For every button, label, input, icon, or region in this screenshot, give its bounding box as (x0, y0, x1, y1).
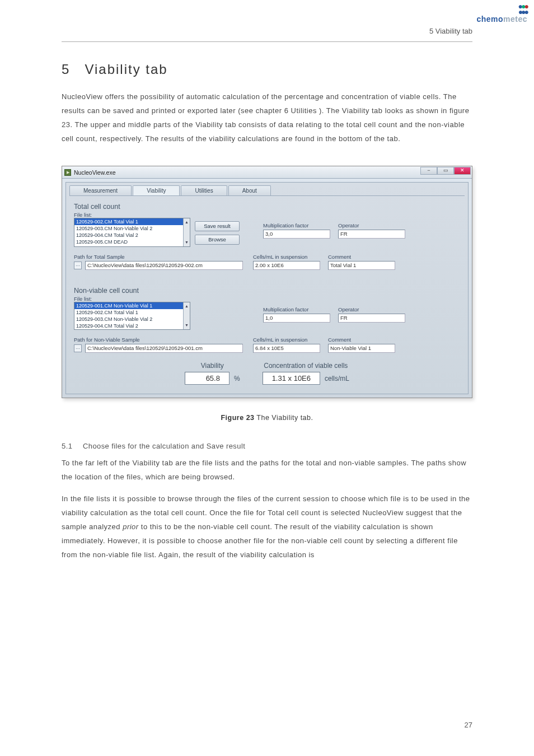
list-item[interactable]: 120529-005.CM DEAD (74, 239, 190, 245)
scroll-down-icon[interactable]: ▼ (185, 322, 189, 329)
nonviable-mult-field[interactable]: 1,0 (263, 314, 330, 323)
scrollbar[interactable]: ▲▼ (183, 218, 190, 246)
viability-unit: % (234, 375, 240, 382)
heading-number: 5 (62, 62, 70, 77)
path-browse-icon[interactable]: ⋯ (74, 262, 82, 269)
list-item[interactable]: 120529-003.CM Non-Viable Vial 2 (74, 316, 190, 323)
subsection-heading: 5.1Choose files for the calculation and … (62, 442, 472, 450)
concentration-unit: cells/mL (325, 375, 349, 382)
figure-23: NucleoView.exe − ▭ ✕ Measurement Viabili… (62, 166, 472, 398)
total-mult-field[interactable]: 3,0 (263, 230, 330, 239)
nonviable-filelist[interactable]: 120529-001.CM Non-Viable Vial 1 120529-0… (74, 302, 190, 330)
section-heading: 5 Viability tab (62, 62, 472, 77)
comment-label: Comment (328, 254, 395, 260)
list-item[interactable]: 120529-002.CM Total Vial 1 (74, 309, 190, 316)
scroll-up-icon[interactable]: ▲ (185, 303, 189, 310)
list-item[interactable]: 120529-006.CM (74, 245, 190, 247)
total-comment-field[interactable]: Total Vial 1 (328, 261, 395, 270)
window-titlebar[interactable]: NucleoView.exe − ▭ ✕ (62, 166, 472, 179)
list-item[interactable]: 120529-004.CM Total Vial 2 (74, 232, 190, 239)
nucleoview-window: NucleoView.exe − ▭ ✕ Measurement Viabili… (62, 166, 472, 398)
nonviable-title: Non-viable cell count (74, 287, 462, 295)
body-paragraph: In the file lists it is possible to brow… (62, 492, 472, 562)
total-path-field[interactable]: C:\NucleoView\data files\120529\120529-0… (85, 261, 243, 270)
header-rule (62, 41, 472, 42)
maximize-button[interactable]: ▭ (437, 167, 454, 175)
viability-value: 65.8 (185, 372, 229, 385)
results-row: Viability 65.8 % Concentration of viable… (74, 362, 460, 385)
operator-label: Operator (338, 222, 405, 228)
list-item[interactable]: 120529-004.CM Total Vial 2 (74, 323, 190, 329)
total-cells-field: 2.00 x 10E6 (253, 261, 320, 270)
path-browse-icon[interactable]: ⋯ (74, 344, 82, 352)
total-path-label: Path for Total Sample (74, 254, 243, 260)
nonviable-path-field[interactable]: C:\NucleoView\data files\120529\120529-0… (85, 344, 243, 353)
tab-utilities[interactable]: Utilities (181, 185, 227, 195)
brand-logo: ●●●●●● chemometec (476, 3, 527, 24)
nonviable-cells-field: 6.84 x 10E5 (253, 344, 320, 353)
minimize-button[interactable]: − (420, 167, 437, 175)
window-title: NucleoView.exe (74, 169, 116, 176)
figure-caption: Figure 23 The Viability tab. (62, 414, 472, 422)
total-filelist[interactable]: 120529-002.CM Total Vial 1 120529-003.CM… (74, 218, 190, 247)
app-icon (64, 169, 71, 176)
page-number: 27 (465, 721, 472, 729)
close-button[interactable]: ✕ (454, 167, 471, 175)
total-title: Total cell count (74, 203, 462, 211)
concentration-value: 1.31 x 10E6 (263, 372, 320, 385)
cells-label: Cells/mL in suspension (253, 254, 320, 260)
list-item[interactable]: 120529-003.CM Non-Viable Vial 2 (74, 225, 190, 232)
nonviable-path-label: Path for Non-Viable Sample (74, 337, 243, 343)
scroll-up-icon[interactable]: ▲ (185, 219, 189, 226)
mult-label: Multiplication factor (263, 306, 330, 312)
body-paragraph: To the far left of the Viability tab are… (62, 456, 472, 484)
tab-viability[interactable]: Viability (133, 185, 180, 195)
concentration-label: Concentration of viable cells (263, 362, 349, 370)
total-filelist-label: File list: (74, 212, 462, 218)
list-item[interactable]: 120529-001.CM Non-Viable Vial 1 (74, 302, 190, 309)
nonviable-section: Non-viable cell count File list: 120529-… (66, 280, 468, 353)
nonviable-filelist-label: File list: (74, 296, 462, 302)
nonviable-comment-field[interactable]: Non-Viable Vial 1 (328, 344, 395, 353)
total-section: Total cell count File list: 120529-002.C… (66, 196, 468, 270)
browse-button[interactable]: Browse (195, 235, 240, 245)
intro-paragraph: NucleoView offers the possibility of aut… (62, 90, 472, 146)
save-result-button[interactable]: Save result (195, 221, 240, 231)
heading-text: Viability tab (85, 62, 167, 77)
nonviable-operator-field[interactable]: FR (338, 314, 405, 323)
scrollbar[interactable]: ▲▼ (183, 302, 190, 329)
scroll-down-icon[interactable]: ▼ (185, 239, 189, 246)
running-header: 5 Viability tab (429, 27, 472, 35)
total-operator-field[interactable]: FR (338, 230, 405, 239)
operator-label: Operator (338, 306, 405, 312)
tab-about[interactable]: About (228, 185, 271, 195)
mult-label: Multiplication factor (263, 222, 330, 228)
cells-label: Cells/mL in suspension (253, 337, 320, 343)
viability-label: Viability (185, 362, 240, 370)
list-item[interactable]: 120529-002.CM Total Vial 1 (74, 218, 190, 225)
tab-measurement[interactable]: Measurement (69, 185, 132, 195)
comment-label: Comment (328, 337, 395, 343)
